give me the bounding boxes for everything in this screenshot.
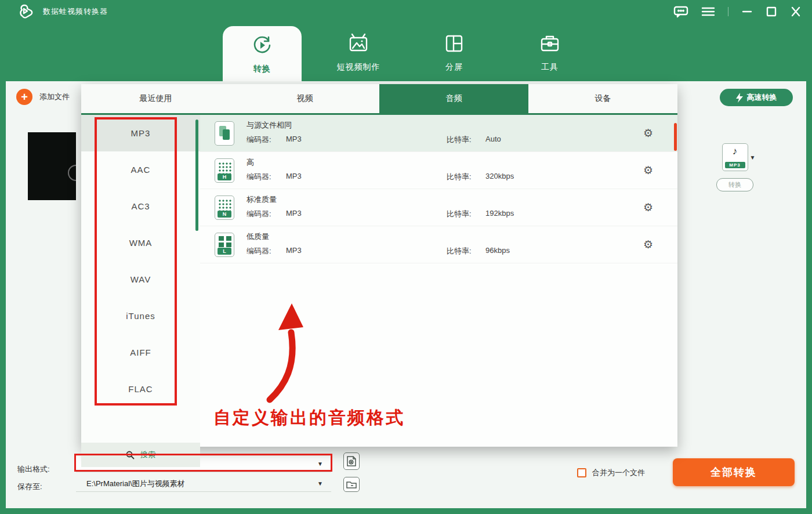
save-to-dropdown[interactable]: E:\PrMaterial\图片与视频素材 ▼ bbox=[76, 476, 331, 492]
customize-profile-gear-icon[interactable]: ⚙ bbox=[643, 165, 653, 176]
annotation-box-output-format bbox=[74, 454, 332, 472]
profile-name: 低质量 bbox=[246, 231, 269, 242]
bitrate-value: 320kbps bbox=[485, 172, 514, 180]
bitrate-label: 比特率: bbox=[447, 135, 472, 145]
customize-profile-gear-icon[interactable]: ⚙ bbox=[643, 239, 653, 250]
feedback-icon[interactable] bbox=[673, 5, 688, 18]
encoder-label: 编码器: bbox=[246, 135, 271, 145]
tab-short-video-label: 短视频制作 bbox=[337, 62, 380, 73]
close-button[interactable] bbox=[790, 6, 802, 17]
annotation-arrow-up bbox=[252, 299, 316, 403]
encoder-value: MP3 bbox=[286, 172, 302, 180]
tab-convert[interactable]: 转换 bbox=[223, 26, 302, 81]
profile-name: 标准质量 bbox=[246, 194, 277, 205]
encoder-label: 编码器: bbox=[246, 209, 271, 219]
format-badge: MP3 bbox=[725, 162, 745, 168]
customize-profile-gear-icon[interactable]: ⚙ bbox=[643, 202, 653, 213]
short-video-icon bbox=[347, 32, 370, 55]
window-controls-separator bbox=[728, 7, 728, 16]
app-logo-icon bbox=[17, 3, 35, 20]
list-scrollbar-thumb[interactable] bbox=[674, 123, 677, 151]
bitrate-label: 比特率: bbox=[447, 172, 472, 182]
menu-icon[interactable] bbox=[701, 6, 715, 17]
merge-into-one-file[interactable]: 合并为一个文件 bbox=[577, 468, 645, 478]
tab-convert-label: 转换 bbox=[253, 64, 271, 74]
tab-device[interactable]: 设备 bbox=[528, 84, 677, 113]
maximize-button[interactable] bbox=[766, 6, 777, 17]
fast-convert-button[interactable]: 高速转换 bbox=[720, 89, 793, 106]
chevron-down-icon[interactable]: ▼ bbox=[750, 154, 756, 161]
split-screen-icon bbox=[443, 32, 466, 55]
encoder-label: 编码器: bbox=[246, 172, 271, 182]
encoder-value: MP3 bbox=[286, 135, 302, 143]
convert-icon bbox=[251, 34, 274, 57]
save-to-label: 保存至: bbox=[17, 482, 42, 492]
encoder-label: 编码器: bbox=[246, 246, 271, 256]
video-thumbnail bbox=[28, 132, 76, 200]
encoder-value: MP3 bbox=[286, 246, 302, 255]
tab-audio[interactable]: 音频 bbox=[379, 84, 528, 113]
plus-icon: + bbox=[16, 89, 32, 105]
customize-profile-gear-icon[interactable]: ⚙ bbox=[643, 128, 653, 139]
chevron-down-icon[interactable]: ▼ bbox=[317, 480, 323, 487]
profile-row-high[interactable]: H 高 编码器: MP3 比特率: 320kbps ⚙ bbox=[200, 152, 677, 189]
fast-convert-label: 高速转换 bbox=[747, 92, 777, 103]
bitrate-label: 比特率: bbox=[447, 246, 472, 256]
profile-name: 高 bbox=[246, 157, 254, 168]
merge-label: 合并为一个文件 bbox=[592, 468, 645, 478]
encoder-value: MP3 bbox=[286, 209, 302, 218]
bitrate-label: 比特率: bbox=[447, 209, 472, 219]
tab-split-screen[interactable]: 分屏 bbox=[411, 23, 498, 81]
format-settings-icon[interactable] bbox=[343, 453, 360, 470]
open-folder-icon[interactable] bbox=[343, 477, 360, 492]
profile-row-standard[interactable]: N 标准质量 编码器: MP3 比特率: 192kbps ⚙ bbox=[200, 189, 677, 226]
main-nav: 转换 短视频制作 分屏 工具 bbox=[0, 23, 812, 81]
output-format-label: 输出格式: bbox=[17, 464, 50, 475]
lightning-icon bbox=[736, 93, 743, 103]
tab-tools-label: 工具 bbox=[541, 62, 559, 73]
quality-badge: H bbox=[217, 173, 231, 180]
tab-split-screen-label: 分屏 bbox=[445, 62, 463, 73]
annotation-text: 自定义输出的音频格式 bbox=[213, 406, 405, 430]
profile-row-same-as-source[interactable]: 与源文件相同 编码器: MP3 比特率: Auto ⚙ bbox=[200, 115, 677, 152]
thumbnail-play-arc bbox=[68, 165, 76, 181]
add-files-label: 添加文件 bbox=[39, 92, 70, 102]
titlebar: 数据蛙视频转换器 bbox=[0, 0, 812, 23]
tab-tools[interactable]: 工具 bbox=[506, 23, 593, 81]
minimize-button[interactable] bbox=[741, 6, 753, 17]
quality-badge: N bbox=[217, 211, 231, 218]
row-convert-button[interactable]: 转换 bbox=[716, 178, 753, 191]
bitrate-value: 192kbps bbox=[485, 209, 514, 218]
add-files-button[interactable]: + 添加文件 bbox=[16, 89, 70, 105]
high-quality-icon: H bbox=[215, 158, 234, 183]
quality-badge: L bbox=[217, 248, 231, 255]
tab-short-video[interactable]: 短视频制作 bbox=[315, 23, 402, 81]
sidebar-scrollbar-thumb[interactable] bbox=[195, 120, 198, 231]
music-note-icon: ♪ bbox=[723, 144, 748, 159]
tools-icon bbox=[538, 32, 561, 55]
tab-recently-used[interactable]: 最近使用 bbox=[81, 84, 230, 113]
output-format-card: ♪ MP3 ▼ 转换 bbox=[715, 143, 755, 191]
profile-name: 与源文件相同 bbox=[246, 120, 292, 131]
bitrate-value: Auto bbox=[485, 135, 501, 143]
merge-checkbox[interactable] bbox=[577, 468, 586, 477]
same-as-source-icon bbox=[215, 121, 234, 146]
annotation-box-formats bbox=[95, 117, 177, 406]
output-format-selector[interactable]: ♪ MP3 ▼ bbox=[722, 143, 748, 171]
tab-video[interactable]: 视频 bbox=[230, 84, 379, 113]
convert-all-button[interactable]: 全部转换 bbox=[673, 458, 795, 486]
save-to-value: E:\PrMaterial\图片与视频素材 bbox=[86, 479, 185, 489]
bitrate-value: 96kbps bbox=[485, 246, 510, 255]
profile-row-low[interactable]: L 低质量 编码器: MP3 比特率: 96kbps ⚙ bbox=[200, 226, 677, 263]
standard-quality-icon: N bbox=[215, 196, 234, 220]
format-panel-tabs: 最近使用 视频 音频 设备 bbox=[81, 84, 677, 115]
app-title: 数据蛙视频转换器 bbox=[43, 6, 108, 17]
low-quality-icon: L bbox=[215, 233, 234, 257]
